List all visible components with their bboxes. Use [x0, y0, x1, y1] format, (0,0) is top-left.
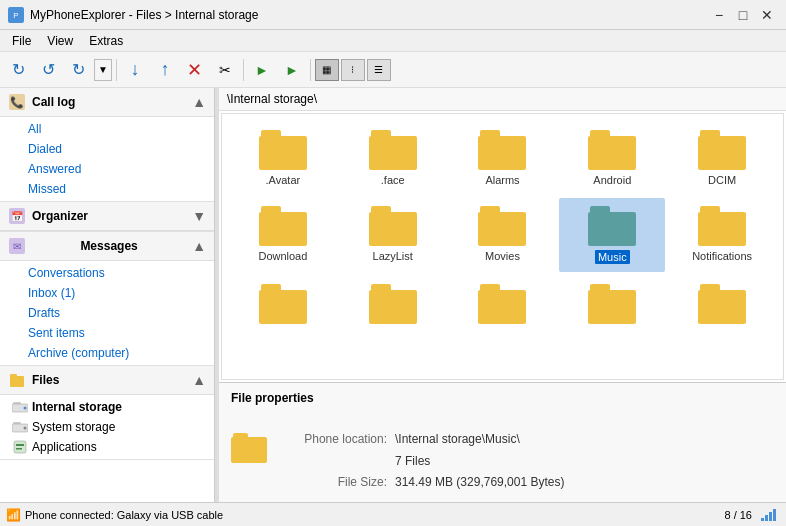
- folder-extra4[interactable]: [559, 276, 665, 336]
- sep2: [243, 59, 244, 81]
- files-count-value: 7 Files: [395, 451, 430, 473]
- path-bar: \Internal storage\: [219, 88, 786, 111]
- down-button[interactable]: ↓: [121, 56, 149, 84]
- organizer-collapse[interactable]: ▼: [192, 208, 206, 224]
- folder-dcim[interactable]: DCIM: [669, 122, 775, 194]
- folder-dcim-icon: [698, 130, 746, 170]
- maximize-button[interactable]: □: [732, 4, 754, 26]
- folder-lazylist[interactable]: LazyList: [340, 198, 446, 272]
- sidebar-item-answered[interactable]: Answered: [0, 159, 214, 179]
- folder-lazylist-icon: [369, 206, 417, 246]
- folder-notifications-name: Notifications: [692, 250, 752, 262]
- sidebar-item-system-storage[interactable]: System storage: [0, 417, 214, 437]
- sidebar: 📞 Call log ▲ All Dialed Answered Missed: [0, 88, 215, 502]
- status-bar: 📶 Phone connected: Galaxy via USB cable …: [0, 502, 786, 526]
- call-log-header[interactable]: 📞 Call log ▲: [0, 88, 214, 117]
- file-size-row: File Size: 314.49 MB (329,769,001 Bytes): [287, 472, 564, 494]
- file-props-details: Phone location: \Internal storage\Music\…: [287, 429, 564, 494]
- files-collapse[interactable]: ▲: [192, 372, 206, 388]
- folder-notifications[interactable]: Notifications: [669, 198, 775, 272]
- sidebar-item-all[interactable]: All: [0, 119, 214, 139]
- applications-icon: [12, 440, 28, 454]
- sep1: [116, 59, 117, 81]
- menu-extras[interactable]: Extras: [81, 32, 131, 50]
- file-grid-container[interactable]: .Avatar .face Alarms: [221, 113, 784, 380]
- sidebar-item-applications[interactable]: Applications: [0, 437, 214, 457]
- sidebar-item-conversations[interactable]: Conversations: [0, 263, 214, 283]
- title-bar: P MyPhoneExplorer - Files > Internal sto…: [0, 0, 786, 30]
- messages-collapse[interactable]: ▲: [192, 238, 206, 254]
- folder-avatar-icon: [259, 130, 307, 170]
- folder-extra5[interactable]: [669, 276, 775, 336]
- close-button[interactable]: ✕: [756, 4, 778, 26]
- refresh-button[interactable]: ↺: [34, 56, 62, 84]
- window-controls: − □ ✕: [708, 4, 778, 26]
- folder-movies[interactable]: Movies: [450, 198, 556, 272]
- messages-header[interactable]: ✉ Messages ▲: [0, 232, 214, 261]
- svg-point-15: [24, 427, 27, 430]
- svg-rect-16: [14, 441, 26, 453]
- view-large-icons[interactable]: ▦: [315, 59, 339, 81]
- folder-extra2-icon: [369, 284, 417, 324]
- view-list[interactable]: ☰: [367, 59, 391, 81]
- paste-button[interactable]: ►: [278, 56, 306, 84]
- folder-alarms[interactable]: Alarms: [450, 122, 556, 194]
- menu-file[interactable]: File: [4, 32, 39, 50]
- window-title: MyPhoneExplorer - Files > Internal stora…: [30, 8, 258, 22]
- messages-icon: ✉: [8, 237, 26, 255]
- sidebar-item-sent[interactable]: Sent items: [0, 323, 214, 343]
- current-path: \Internal storage\: [227, 92, 317, 106]
- folder-face-icon: [369, 130, 417, 170]
- folder-android[interactable]: Android: [559, 122, 665, 194]
- call-log-collapse[interactable]: ▲: [192, 94, 206, 110]
- folder-face[interactable]: .face: [340, 122, 446, 194]
- files-header[interactable]: Files ▲: [0, 366, 214, 395]
- nav-dropdown[interactable]: ▼: [94, 59, 112, 81]
- organizer-label: Organizer: [32, 209, 88, 223]
- applications-label: Applications: [32, 440, 97, 454]
- svg-rect-21: [769, 512, 772, 521]
- folder-download[interactable]: Download: [230, 198, 336, 272]
- svg-text:📞: 📞: [10, 95, 24, 109]
- svg-text:✉: ✉: [13, 241, 21, 252]
- sync-button[interactable]: ↻: [64, 56, 92, 84]
- usb-icon: 📶: [6, 508, 21, 522]
- system-storage-icon: [12, 420, 28, 434]
- folder-alarms-icon: [478, 130, 526, 170]
- sidebar-item-drafts[interactable]: Drafts: [0, 303, 214, 323]
- folder-alarms-name: Alarms: [485, 174, 519, 186]
- file-size-label: File Size:: [287, 472, 387, 494]
- delete-button[interactable]: ✕: [181, 56, 209, 84]
- cut-button[interactable]: ✂: [211, 56, 239, 84]
- folder-extra3[interactable]: [450, 276, 556, 336]
- minimize-button[interactable]: −: [708, 4, 730, 26]
- sidebar-item-dialed[interactable]: Dialed: [0, 139, 214, 159]
- folder-music[interactable]: Music: [559, 198, 665, 272]
- svg-text:P: P: [13, 11, 18, 20]
- organizer-section: 📅 Organizer ▼: [0, 202, 214, 232]
- folder-download-name: Download: [258, 250, 307, 262]
- signal-icon: [760, 508, 780, 522]
- sidebar-item-internal-storage[interactable]: Internal storage: [0, 397, 214, 417]
- folder-extra2[interactable]: [340, 276, 446, 336]
- organizer-header[interactable]: 📅 Organizer ▼: [0, 202, 214, 231]
- folder-movies-name: Movies: [485, 250, 520, 262]
- files-count-row: 7 Files: [287, 451, 564, 473]
- view-medium-icons[interactable]: ⁝: [341, 59, 365, 81]
- sidebar-item-archive[interactable]: Archive (computer): [0, 343, 214, 363]
- sidebar-item-inbox[interactable]: Inbox (1): [0, 283, 214, 303]
- status-left: 📶 Phone connected: Galaxy via USB cable: [6, 508, 223, 522]
- system-storage-label: System storage: [32, 420, 115, 434]
- status-right: 8 / 16: [724, 508, 780, 522]
- menu-view[interactable]: View: [39, 32, 81, 50]
- connection-status: Phone connected: Galaxy via USB cable: [25, 509, 223, 521]
- copy-button[interactable]: ►: [248, 56, 276, 84]
- folder-avatar-name: .Avatar: [266, 174, 301, 186]
- sidebar-item-missed[interactable]: Missed: [0, 179, 214, 199]
- folder-avatar[interactable]: .Avatar: [230, 122, 336, 194]
- folder-android-icon: [588, 130, 636, 170]
- back-button[interactable]: ↻: [4, 56, 32, 84]
- up-button[interactable]: ↑: [151, 56, 179, 84]
- folder-extra1[interactable]: [230, 276, 336, 336]
- folder-extra1-icon: [259, 284, 307, 324]
